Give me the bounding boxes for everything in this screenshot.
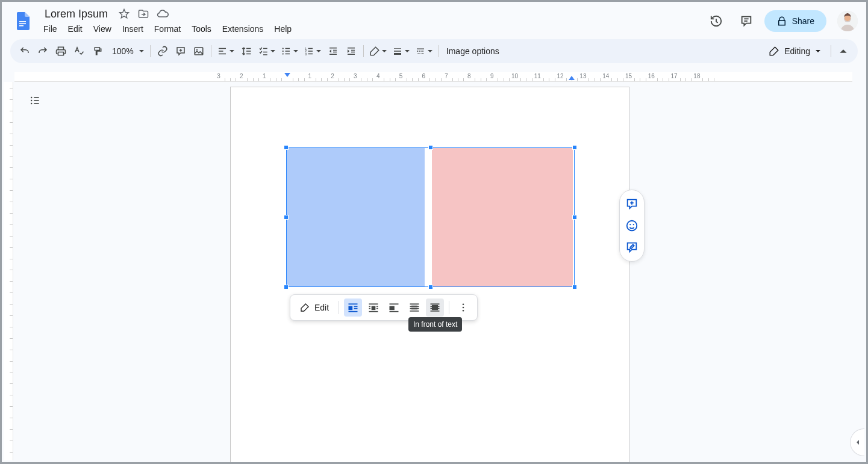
menu-help[interactable]: Help: [269, 22, 296, 36]
cloud-status-icon[interactable]: [155, 7, 170, 21]
history-icon[interactable]: [704, 9, 728, 33]
emoji-reaction-button[interactable]: [622, 216, 642, 235]
title-area: Lorem Ipsum File Edit View Insert Format…: [38, 7, 704, 36]
menu-tools[interactable]: Tools: [187, 22, 216, 36]
border-weight-dropdown[interactable]: [390, 43, 412, 60]
menu-edit[interactable]: Edit: [63, 22, 87, 36]
svg-point-77: [627, 221, 637, 231]
svg-point-11: [196, 49, 198, 51]
increase-indent-button[interactable]: [343, 43, 360, 60]
undo-button[interactable]: [16, 43, 33, 60]
wrap-in-front-button[interactable]: [426, 299, 444, 317]
svg-point-79: [633, 224, 634, 225]
print-button[interactable]: [52, 43, 69, 60]
chevron-down-icon: [316, 48, 322, 54]
wrap-text-button[interactable]: [364, 299, 382, 317]
comments-icon[interactable]: [734, 9, 758, 33]
resize-handle-tm[interactable]: [428, 145, 433, 150]
resize-handle-tl[interactable]: [284, 145, 289, 150]
vertical-ruler[interactable]: [4, 82, 13, 460]
star-icon[interactable]: [117, 7, 131, 21]
first-line-indent-marker[interactable]: [284, 72, 291, 81]
chevron-down-icon: [404, 48, 410, 54]
wrap-behind-button[interactable]: [405, 299, 423, 317]
share-button[interactable]: Share: [764, 10, 826, 32]
toolbar-container: 100% 123 Image options Editing: [2, 39, 866, 63]
align-dropdown[interactable]: [215, 43, 237, 60]
menu-file[interactable]: File: [39, 22, 62, 36]
resize-handle-bl[interactable]: [284, 285, 289, 289]
document-title[interactable]: Lorem Ipsum: [40, 7, 112, 22]
menu-insert[interactable]: Insert: [117, 22, 148, 36]
chevron-left-icon: [855, 439, 861, 445]
suggest-edits-button[interactable]: [622, 238, 642, 257]
docs-logo[interactable]: [10, 9, 34, 33]
insert-link-button[interactable]: [154, 43, 171, 60]
kebab-icon: [458, 302, 469, 313]
add-comment-button[interactable]: [172, 43, 189, 60]
toolbar-separator: [439, 45, 439, 57]
menu-format[interactable]: Format: [149, 22, 186, 36]
header: Lorem Ipsum File Edit View Insert Format…: [2, 2, 866, 40]
horizontal-ruler[interactable]: 321123456789101112131415161718: [14, 72, 852, 82]
chevron-down-icon: [229, 48, 235, 54]
svg-rect-0: [19, 21, 26, 22]
bulleted-list-dropdown[interactable]: [279, 43, 301, 60]
svg-point-16: [282, 51, 283, 52]
resize-handle-br[interactable]: [572, 285, 577, 289]
decrease-indent-button[interactable]: [325, 43, 342, 60]
svg-point-78: [629, 224, 631, 225]
side-panel-toggle[interactable]: [850, 428, 864, 456]
resize-handle-tr[interactable]: [572, 145, 577, 150]
toolbar-separator: [339, 301, 339, 314]
right-indent-marker[interactable]: [568, 75, 575, 82]
wrap-break-button[interactable]: [385, 299, 403, 317]
svg-point-15: [282, 48, 283, 49]
paint-format-button[interactable]: [89, 43, 105, 60]
border-color-dropdown[interactable]: [367, 43, 389, 60]
header-right: Share: [704, 9, 858, 33]
chevron-down-icon: [293, 48, 299, 54]
edit-drawing-button[interactable]: Edit: [295, 303, 334, 312]
svg-point-43: [31, 103, 33, 105]
menu-extensions[interactable]: Extensions: [217, 22, 268, 36]
wrap-inline-button[interactable]: [344, 299, 362, 317]
spellcheck-button[interactable]: [70, 43, 87, 60]
svg-point-73: [463, 307, 464, 309]
insert-image-button[interactable]: [190, 43, 207, 60]
more-options-button[interactable]: [454, 299, 472, 317]
chevron-down-icon: [139, 48, 145, 54]
chevron-down-icon: [815, 48, 821, 54]
resize-handle-bm[interactable]: [428, 285, 433, 289]
edit-label: Edit: [314, 303, 329, 312]
numbered-list-dropdown[interactable]: 123: [302, 43, 323, 60]
resize-handle-mr[interactable]: [572, 215, 577, 220]
user-avatar[interactable]: [837, 11, 858, 31]
zoom-dropdown[interactable]: 100%: [107, 43, 146, 60]
share-label: Share: [792, 16, 814, 26]
border-dash-dropdown[interactable]: [413, 43, 435, 60]
image-options-button[interactable]: Image options: [443, 46, 503, 56]
checklist-dropdown[interactable]: [256, 43, 278, 60]
menubar: File Edit View Insert Format Tools Exten…: [38, 22, 704, 36]
add-comment-rail-button[interactable]: [622, 194, 642, 214]
menu-view[interactable]: View: [89, 22, 116, 36]
collapse-toolbar-button[interactable]: [835, 43, 852, 60]
editing-label: Editing: [784, 46, 810, 56]
pencil-icon: [300, 303, 310, 312]
line-spacing-dropdown[interactable]: [238, 43, 255, 60]
redo-button[interactable]: [34, 43, 51, 60]
svg-text:3: 3: [305, 52, 307, 56]
document-outline-button[interactable]: [27, 92, 43, 109]
content-area: 321123456789101112131415161718 Edit: [4, 67, 864, 460]
drawing-selection[interactable]: [286, 147, 575, 287]
toolbar-separator: [363, 45, 364, 57]
chevron-down-icon: [270, 48, 276, 54]
lock-icon: [776, 16, 787, 26]
zoom-value: 100%: [108, 46, 137, 56]
resize-handle-ml[interactable]: [284, 215, 289, 220]
svg-rect-60: [390, 306, 395, 311]
move-icon[interactable]: [136, 7, 151, 21]
editing-mode-dropdown[interactable]: Editing: [763, 46, 827, 57]
svg-point-41: [31, 97, 33, 99]
